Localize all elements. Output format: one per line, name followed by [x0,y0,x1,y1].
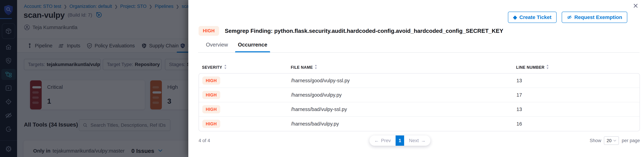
table-row[interactable]: HIGH/harness/bad/vulpy-ssl.py13 [199,102,640,117]
chevron-down-icon [613,139,616,142]
table-row[interactable]: HIGH/harness/bad/vulpy.py16 [199,117,640,131]
occurrence-table-header: SEVERITY FILE NAME LINE NUMBER [198,64,640,71]
sort-icon[interactable] [224,65,227,70]
file-name-cell: /harness/bad/vulpy-ssl.py [291,107,516,112]
column-label: FILE NAME [291,65,313,70]
modal-backdrop[interactable] [0,0,188,157]
tab-overview[interactable]: Overview [206,42,228,52]
page-size-select[interactable]: 20 [604,136,619,145]
pagination-summary: 4 of 4 [198,138,210,143]
arrow-right-icon: → [421,138,426,143]
pagination-pill: ← Prev 1 Next → [370,135,430,146]
pagination: 4 of 4 ← Prev 1 Next → Show 20 per page [198,134,640,147]
request-exemption-label: Request Exemption [574,14,622,20]
current-page-button[interactable]: 1 [396,135,404,146]
request-exemption-button[interactable]: Request Exemption [562,12,627,23]
create-ticket-button[interactable]: ◆ Create Ticket [508,12,556,23]
prev-page-button[interactable]: ← Prev [370,135,396,146]
finding-details-drawer: × ◆ Create Ticket Request Exemption HIGH… [188,0,644,157]
line-number-cell: 16 [516,121,636,127]
table-row[interactable]: HIGH/harness/good/vulpy-ssl.py13 [199,74,640,88]
app-window: ⚙ Account: STO test❯ Organization: defau… [0,0,644,157]
finding-header: HIGH Semgrep Finding: python.flask.secur… [198,26,503,36]
occurrence-table-body: HIGH/harness/good/vulpy-ssl.py13HIGH/har… [199,74,640,131]
line-number-cell: 17 [516,92,636,98]
ticket-diamond-icon: ◆ [513,15,517,20]
severity-badge: HIGH [202,76,220,85]
sort-icon[interactable] [546,65,549,70]
show-label: Show [590,138,601,143]
page-size-control: Show 20 per page [590,136,640,145]
table-row[interactable]: HIGH/harness/good/vulpy.py17 [199,88,640,102]
column-line-number[interactable]: LINE NUMBER [516,65,636,70]
column-label: LINE NUMBER [516,65,544,70]
tab-occurrence[interactable]: Occurrence [238,42,267,52]
finding-tabbar: Overview Occurrence [198,42,640,53]
occurrence-table: HIGH/harness/good/vulpy-ssl.py13HIGH/har… [198,73,640,131]
file-name-cell: /harness/good/vulpy-ssl.py [291,78,516,83]
create-ticket-label: Create Ticket [519,14,552,20]
next-label: Next [409,138,419,143]
column-file-name[interactable]: FILE NAME [291,65,516,70]
drawer-actions: ◆ Create Ticket Request Exemption [508,12,627,23]
column-severity[interactable]: SEVERITY [202,65,291,70]
finding-title: Semgrep Finding: python.flask.security.a… [225,28,503,34]
severity-badge: HIGH [202,91,220,99]
sort-icon[interactable] [314,65,317,70]
close-icon[interactable]: × [633,0,638,11]
file-name-cell: /harness/bad/vulpy.py [291,121,516,127]
severity-badge: HIGH [202,120,220,128]
page-size-value: 20 [606,138,612,143]
file-name-cell: /harness/good/vulpy.py [291,92,516,98]
exemption-eye-slash-icon [567,15,572,20]
per-page-label: per page [622,138,640,143]
arrow-left-icon: ← [374,138,379,143]
next-page-button[interactable]: Next → [404,135,430,146]
line-number-cell: 13 [516,78,636,83]
line-number-cell: 13 [516,107,636,112]
severity-badge: HIGH [202,105,220,113]
column-label: SEVERITY [202,65,222,70]
prev-label: Prev [381,138,391,143]
severity-badge: HIGH [198,26,219,36]
